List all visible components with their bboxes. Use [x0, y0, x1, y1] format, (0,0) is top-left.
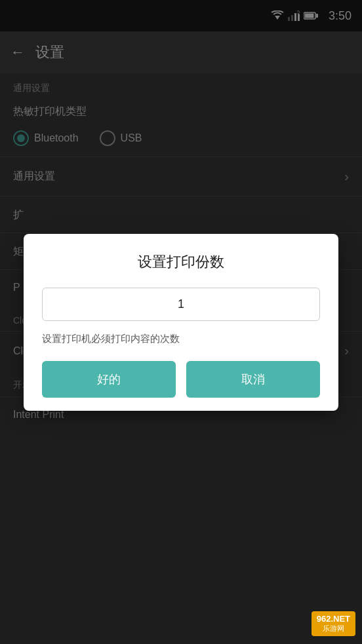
watermark-box: 962.NET 乐游网: [312, 611, 355, 636]
dialog: 设置打印份数 设置打印机必须打印内容的次数 好的 取消: [24, 234, 338, 411]
dialog-overlay: 设置打印份数 设置打印机必须打印内容的次数 好的 取消: [0, 0, 362, 644]
watermark: 962.NET 乐游网: [312, 611, 355, 636]
cancel-button[interactable]: 取消: [186, 361, 320, 398]
dialog-title: 设置打印份数: [42, 252, 320, 272]
confirm-button[interactable]: 好的: [42, 361, 176, 398]
dialog-buttons: 好的 取消: [42, 361, 320, 398]
dialog-input-wrapper[interactable]: [42, 288, 320, 321]
watermark-sub: 乐游网: [317, 624, 350, 634]
dialog-description: 设置打印机必须打印内容的次数: [42, 331, 320, 345]
print-copies-input[interactable]: [52, 297, 310, 311]
watermark-text: 962.NET: [317, 614, 350, 624]
